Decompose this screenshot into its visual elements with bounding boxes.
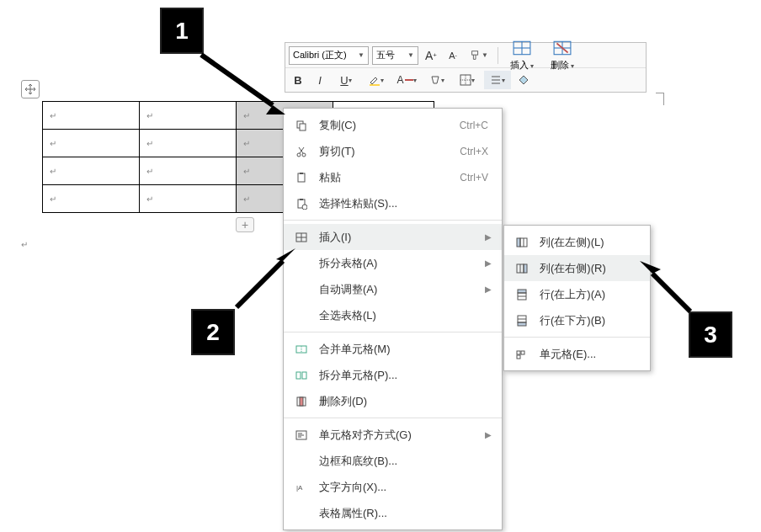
svg-line-53 — [201, 55, 273, 105]
menu-paste-special[interactable]: 选择性粘贴(S)... — [284, 190, 502, 216]
ruler-corner — [656, 93, 664, 105]
col-left-icon — [514, 237, 530, 248]
menu-select-all-table[interactable]: 全选表格(L) — [284, 302, 502, 328]
paste-special-icon — [294, 198, 309, 210]
svg-rect-29 — [296, 372, 301, 379]
svg-rect-20 — [300, 173, 303, 174]
cells-icon — [514, 348, 530, 360]
svg-point-17 — [297, 153, 301, 157]
decrease-font-button[interactable]: A- — [444, 46, 462, 65]
menu-paste[interactable]: 粘贴Ctrl+V — [284, 164, 502, 190]
menu-split-cells[interactable]: 拆分单元格(P)... — [284, 362, 502, 388]
svg-rect-22 — [300, 199, 303, 200]
menu-autofit[interactable]: 自动调整(A)▶ — [284, 276, 502, 302]
arrow-2 — [232, 244, 300, 311]
context-menu: 复制(C)Ctrl+C 剪切(T)Ctrl+X 粘贴Ctrl+V 选择性粘贴(S… — [283, 108, 503, 530]
underline-button[interactable]: U ▾ — [333, 71, 359, 89]
menu-cell-align[interactable]: 单元格对齐方式(G)▶ — [284, 422, 502, 448]
svg-rect-32 — [300, 397, 303, 406]
col-right-icon — [514, 263, 530, 274]
svg-marker-54 — [266, 105, 285, 114]
borders-button[interactable]: ▾ — [454, 71, 481, 89]
svg-rect-44 — [518, 290, 526, 293]
cell-align-icon — [294, 429, 309, 441]
row-above-icon — [514, 289, 530, 301]
svg-rect-30 — [302, 372, 306, 379]
menu-copy[interactable]: 复制(C)Ctrl+C — [284, 112, 502, 138]
svg-rect-47 — [518, 322, 526, 326]
italic-button[interactable]: I — [311, 71, 329, 89]
svg-rect-51 — [521, 351, 524, 354]
font-color-button[interactable]: A▾ — [393, 71, 420, 89]
text-dir-icon: |A — [294, 481, 309, 493]
svg-line-57 — [652, 274, 690, 311]
split-icon — [294, 370, 309, 381]
svg-marker-56 — [276, 248, 295, 261]
submenu-row-above[interactable]: 行(在上方)(A) — [504, 281, 650, 307]
paragraph-mark: ↵ — [21, 240, 28, 249]
cut-icon — [294, 146, 309, 157]
svg-rect-16 — [300, 124, 306, 130]
mini-toolbar: Calibri (正文)▼ 五号▼ A+ A- ▼ 插入 ▾ 删除 ▾ B I … — [285, 42, 647, 93]
arrow-1 — [197, 51, 290, 122]
insert-icon — [294, 231, 309, 243]
svg-rect-38 — [517, 238, 520, 247]
svg-rect-50 — [517, 351, 520, 354]
submenu-column-right[interactable]: 列(在右侧)(R) — [504, 255, 650, 281]
callout-1: 1 — [160, 8, 204, 54]
menu-borders-shading[interactable]: 边框和底纹(B)... — [284, 448, 502, 474]
svg-line-55 — [237, 261, 283, 307]
svg-rect-8 — [370, 84, 380, 86]
svg-text:|A: |A — [296, 484, 303, 492]
format-brush-button[interactable]: ▼ — [466, 46, 492, 65]
delete-col-icon — [294, 396, 309, 407]
menu-text-direction[interactable]: |A文字方向(X)... — [284, 474, 502, 500]
svg-point-18 — [302, 153, 306, 157]
svg-marker-58 — [640, 261, 661, 274]
clear-format-button[interactable]: ▾ — [423, 71, 450, 89]
font-name-combo[interactable]: Calibri (正文)▼ — [289, 46, 369, 65]
table-move-handle[interactable] — [21, 80, 40, 98]
menu-split-table[interactable]: 拆分表格(A)▶ — [284, 250, 502, 276]
bold-button[interactable]: B — [289, 71, 307, 89]
callout-2: 2 — [191, 309, 235, 355]
menu-merge-cells[interactable]: 合并单元格(M) — [284, 336, 502, 362]
paste-icon — [294, 172, 309, 184]
menu-cut[interactable]: 剪切(T)Ctrl+X — [284, 138, 502, 164]
menu-delete-column[interactable]: 删除列(D) — [284, 388, 502, 414]
copy-icon — [294, 120, 309, 131]
svg-rect-19 — [298, 173, 305, 182]
row-below-icon — [514, 315, 530, 327]
submenu-column-left[interactable]: 列(在左侧)(L) — [504, 229, 650, 255]
svg-rect-0 — [472, 51, 478, 54]
insert-big-button[interactable]: 插入 ▾ — [503, 34, 540, 77]
svg-point-23 — [302, 205, 307, 210]
insert-submenu: 列(在左侧)(L) 列(在右侧)(R) 行(在上方)(A) 行(在下方)(B) … — [503, 225, 651, 371]
increase-font-button[interactable]: A+ — [422, 46, 440, 65]
arrow-3 — [640, 261, 699, 320]
menu-insert[interactable]: 插入(I)▶ — [284, 224, 502, 250]
merge-icon — [294, 343, 309, 355]
highlight-button[interactable]: ▾ — [363, 71, 390, 89]
add-row-button[interactable]: + — [236, 217, 254, 232]
svg-rect-41 — [524, 264, 527, 273]
svg-rect-52 — [517, 355, 520, 359]
font-size-combo[interactable]: 五号▼ — [372, 46, 418, 65]
menu-table-props[interactable]: 表格属性(R)... — [284, 500, 502, 526]
submenu-cells[interactable]: 单元格(E)... — [504, 341, 650, 367]
submenu-row-below[interactable]: 行(在下方)(B) — [504, 307, 650, 333]
